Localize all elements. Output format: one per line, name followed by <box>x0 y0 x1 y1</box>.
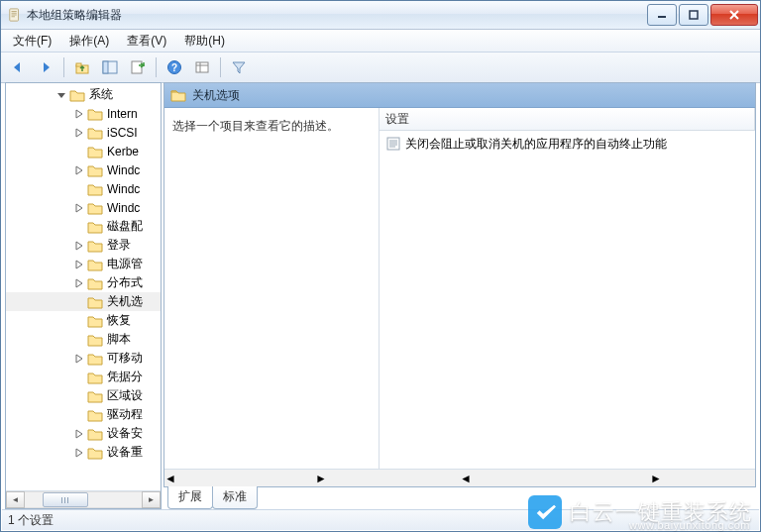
scroll-left-arrow-icon[interactable]: ◄ <box>164 472 176 485</box>
expand-icon[interactable] <box>73 277 85 289</box>
scroll-right-arrow-icon[interactable]: ► <box>315 472 327 485</box>
expand-spacer <box>73 183 85 195</box>
svg-rect-19 <box>387 138 399 150</box>
tree-item[interactable]: Kerbe <box>6 142 161 160</box>
tree-item[interactable]: 驱动程 <box>6 405 161 424</box>
expand-spacer <box>73 372 85 383</box>
menu-help[interactable]: 帮助(H) <box>176 31 233 52</box>
menu-file[interactable]: 文件(F) <box>5 31 59 52</box>
folder-icon <box>87 408 103 422</box>
folder-icon <box>87 333 103 347</box>
expand-spacer <box>73 296 85 308</box>
close-button[interactable] <box>710 4 758 26</box>
scroll-right-arrow-icon[interactable]: ► <box>650 472 662 485</box>
tree-item[interactable]: 区域设 <box>6 386 161 405</box>
back-button[interactable] <box>5 54 31 80</box>
tree-label: iSCSI <box>107 126 138 140</box>
expand-icon[interactable] <box>73 353 85 365</box>
tab-standard[interactable]: 标准 <box>212 486 258 509</box>
tree-hscrollbar[interactable]: ◄ ► <box>6 490 161 508</box>
tree-label: 电源管 <box>107 256 143 272</box>
menu-view[interactable]: 查看(V) <box>119 31 174 52</box>
folder-icon <box>87 258 103 271</box>
menu-action[interactable]: 操作(A) <box>61 31 117 52</box>
window-title: 本地组策略编辑器 <box>27 7 645 24</box>
forward-button[interactable] <box>33 54 58 80</box>
tree-item[interactable]: 恢复 <box>6 311 161 330</box>
scroll-track[interactable] <box>25 491 142 508</box>
expand-icon[interactable] <box>73 108 85 120</box>
filter-button[interactable] <box>226 54 252 80</box>
expand-icon[interactable] <box>73 202 85 214</box>
tree-item[interactable]: 设备重 <box>6 443 161 462</box>
tree-item[interactable]: 设备安 <box>6 424 161 443</box>
maximize-button[interactable] <box>679 4 708 26</box>
setting-row[interactable]: 关闭会阻止或取消关机的应用程序的自动终止功能 <box>381 135 753 153</box>
tree-scroll[interactable]: 系统InterniSCSIKerbeWindcWindcWindc磁盘配登录电源… <box>6 83 161 490</box>
folder-icon <box>87 201 103 215</box>
tree-item[interactable]: Windc <box>6 198 161 217</box>
folder-icon <box>87 389 103 403</box>
tab-extended[interactable]: 扩展 <box>167 486 213 509</box>
expand-icon[interactable] <box>73 259 85 270</box>
scroll-right-arrow-icon[interactable]: ► <box>142 491 161 508</box>
tree-label: 驱动程 <box>107 406 143 423</box>
up-button[interactable] <box>69 54 95 80</box>
right-hscrollbar: ◄ ► ◄ ► <box>164 469 755 486</box>
help-button[interactable]: ? <box>162 54 187 80</box>
tree-label: 区域设 <box>107 387 143 404</box>
tree-label: 脚本 <box>107 331 131 348</box>
scroll-left-arrow-icon[interactable]: ◄ <box>6 491 25 508</box>
tree-item[interactable]: 磁盘配 <box>6 217 161 236</box>
folder-icon <box>87 126 103 140</box>
tree-item[interactable]: 分布式 <box>6 273 161 292</box>
expand-icon[interactable] <box>73 447 85 459</box>
export-button[interactable] <box>125 54 151 80</box>
right-pane-title: 关机选项 <box>192 87 240 104</box>
right-pane-inner: 关机选项 选择一个项目来查看它的描述。 设置 关闭会阻止或取消关机的应用程序的自… <box>163 82 756 487</box>
tree-label: 设备重 <box>107 444 143 461</box>
tree-label: 设备安 <box>107 425 143 442</box>
tree-item[interactable]: 可移动 <box>6 349 161 368</box>
folder-icon <box>87 314 103 328</box>
expand-icon[interactable] <box>73 428 85 440</box>
toolbar-separator <box>156 57 157 77</box>
scroll-thumb[interactable] <box>43 492 88 507</box>
body: 系统InterniSCSIKerbeWindcWindcWindc磁盘配登录电源… <box>2 82 759 509</box>
toggle-tree-button[interactable] <box>97 54 123 80</box>
tree-item[interactable]: Windc <box>6 160 161 179</box>
tree-item[interactable]: 登录 <box>6 236 161 255</box>
expand-icon[interactable] <box>73 164 85 176</box>
status-text: 1 个设置 <box>8 512 54 529</box>
column-setting[interactable]: 设置 <box>380 108 755 130</box>
collapse-icon[interactable] <box>55 89 67 101</box>
tree-label: 登录 <box>107 237 131 254</box>
tree-label: 凭据分 <box>107 369 143 385</box>
tree-item[interactable]: iSCSI <box>6 123 161 142</box>
right-pane-header: 关机选项 <box>164 83 755 108</box>
expand-icon[interactable] <box>73 240 85 252</box>
expand-icon[interactable] <box>73 127 85 139</box>
tree-item[interactable]: Windc <box>6 179 161 198</box>
folder-icon <box>87 427 103 441</box>
folder-icon <box>87 295 103 309</box>
tree-item[interactable]: Intern <box>6 104 161 123</box>
folder-icon <box>87 163 103 177</box>
folder-icon <box>87 371 103 384</box>
folder-icon <box>87 220 103 234</box>
tree-item[interactable]: 关机选 <box>6 292 161 311</box>
tree-label: Windc <box>107 182 140 196</box>
folder-icon <box>87 145 103 159</box>
scroll-left-arrow-icon[interactable]: ◄ <box>460 472 472 485</box>
tree-item[interactable]: 凭据分 <box>6 368 161 386</box>
tree-item[interactable]: 电源管 <box>6 255 161 273</box>
tree-root[interactable]: 系统 <box>6 85 161 104</box>
view-options-button[interactable] <box>189 54 215 80</box>
svg-rect-13 <box>132 61 142 73</box>
watermark-subtext: www.baiyunxitong.com <box>629 519 750 531</box>
toolbar: ? <box>1 53 760 83</box>
minimize-button[interactable] <box>647 4 677 26</box>
svg-rect-12 <box>103 61 108 73</box>
expand-spacer <box>73 146 85 158</box>
tree-item[interactable]: 脚本 <box>6 330 161 349</box>
